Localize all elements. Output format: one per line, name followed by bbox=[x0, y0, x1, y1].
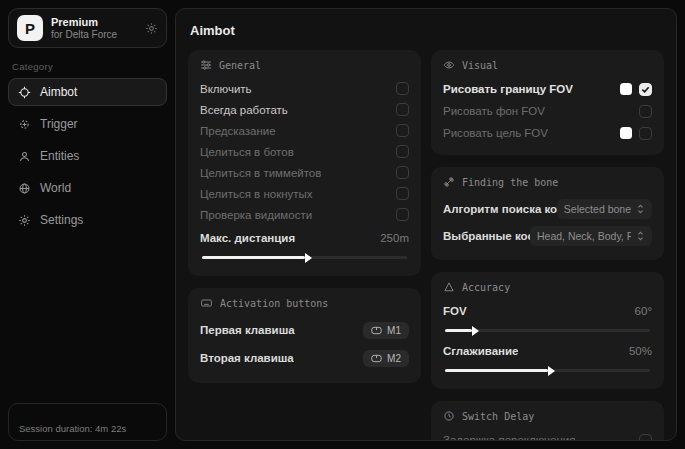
slider-value: 50% bbox=[629, 345, 652, 357]
setting-row: Целиться в нокнутых bbox=[200, 183, 409, 204]
color-swatch[interactable] bbox=[620, 83, 632, 95]
sidebar-item-aimbot[interactable]: Aimbot bbox=[8, 78, 167, 106]
setting-label: Целиться в нокнутых bbox=[200, 188, 313, 200]
category-label: Category bbox=[12, 61, 163, 72]
setting-label: Первая клавиша bbox=[200, 324, 295, 336]
checkbox-draw-fov-border[interactable] bbox=[639, 83, 652, 96]
eye-icon bbox=[443, 59, 455, 71]
sidebar-item-label: Entities bbox=[40, 149, 79, 163]
checkbox-enable[interactable] bbox=[396, 82, 409, 95]
sidebar-item-world[interactable]: World bbox=[8, 174, 167, 202]
sidebar-item-settings[interactable]: Settings bbox=[8, 206, 167, 234]
selected-bones-dropdown[interactable]: Head, Neck, Body, Pe.. bbox=[530, 226, 652, 246]
expand-icon bbox=[636, 204, 645, 214]
sidebar: P Premium for Delta Force Category Aimbo… bbox=[0, 0, 175, 449]
slider-thumb[interactable] bbox=[548, 366, 555, 376]
checkbox-prediction[interactable] bbox=[396, 124, 409, 137]
smoothing-slider[interactable] bbox=[445, 369, 650, 372]
accuracy-icon bbox=[443, 281, 455, 293]
sidebar-item-label: Trigger bbox=[40, 117, 78, 131]
checkbox-target-bots[interactable] bbox=[396, 145, 409, 158]
setting-label: Рисовать цель FOV bbox=[443, 127, 548, 139]
setting-row: Предсказание bbox=[200, 120, 409, 141]
color-swatch[interactable] bbox=[620, 127, 632, 139]
setting-label: Всегда работать bbox=[200, 104, 288, 116]
settings-gear-button[interactable] bbox=[145, 22, 158, 35]
setting-label: Вторая клавиша bbox=[200, 352, 294, 364]
setting-row: Включить bbox=[200, 78, 409, 99]
setting-label: Рисовать границу FOV bbox=[443, 83, 573, 95]
mouse-icon bbox=[371, 326, 382, 335]
crosshair-icon bbox=[18, 86, 31, 99]
clock-icon bbox=[443, 410, 455, 422]
bone-algorithm-dropdown[interactable]: Selected bone bbox=[557, 199, 652, 219]
sliders-icon bbox=[200, 59, 212, 71]
setting-label: Сглаживание bbox=[443, 345, 518, 357]
panel-general: General Включить Всегда работать Предска… bbox=[188, 50, 421, 276]
panel-visual: Visual Рисовать границу FOV Рисовать фон… bbox=[431, 50, 664, 155]
setting-label: Включить bbox=[200, 83, 252, 95]
bone-icon bbox=[443, 176, 455, 188]
checkbox-visibility-check[interactable] bbox=[396, 208, 409, 221]
checkbox-draw-fov-target[interactable] bbox=[639, 127, 652, 140]
setting-row: Первая клавиша M1 bbox=[200, 316, 409, 344]
sidebar-item-entities[interactable]: Entities bbox=[8, 142, 167, 170]
setting-row: Выбранные кости Head, Neck, Body, Pe.. bbox=[443, 222, 652, 249]
sidebar-item-trigger[interactable]: Trigger bbox=[8, 110, 167, 138]
keybind-button-second[interactable]: M2 bbox=[363, 350, 409, 367]
checkbox-switch-delay[interactable] bbox=[639, 434, 652, 442]
setting-label: FOV bbox=[443, 305, 467, 317]
session-duration-text: Session duration: 4m 22s bbox=[19, 423, 126, 434]
panel-finding-bone: Finding the bone Алгоритм поиска костей … bbox=[431, 167, 664, 260]
expand-icon bbox=[636, 231, 645, 241]
setting-label: Макс. дистанция bbox=[200, 232, 295, 244]
setting-row: Задержка переключения bbox=[443, 429, 652, 441]
panel-title: Finding the bone bbox=[462, 177, 558, 188]
gear-icon bbox=[145, 22, 158, 35]
session-duration-box: Session duration: 4m 22s bbox=[8, 403, 167, 441]
entities-icon bbox=[18, 150, 31, 163]
setting-row: Рисовать границу FOV bbox=[443, 78, 652, 100]
max-distance-slider-block: Макс. дистанция 250m bbox=[200, 227, 409, 259]
app-subtitle: for Delta Force bbox=[51, 29, 137, 41]
app-logo: P bbox=[17, 15, 43, 41]
app-title: Premium bbox=[51, 16, 137, 29]
keybind-button-first[interactable]: M1 bbox=[363, 322, 409, 339]
max-distance-slider[interactable] bbox=[202, 256, 407, 259]
smoothing-slider-block: Сглаживание 50% bbox=[443, 340, 652, 372]
sidebar-item-label: Settings bbox=[40, 213, 83, 227]
checkbox-always-work[interactable] bbox=[396, 103, 409, 116]
sidebar-item-label: World bbox=[40, 181, 71, 195]
panel-switch-delay: Switch Delay Задержка переключения Задер… bbox=[431, 401, 664, 441]
keyboard-icon bbox=[200, 297, 213, 309]
panel-activation-buttons: Activation buttons Первая клавиша M1 Вто… bbox=[188, 288, 421, 383]
slider-value: 250m bbox=[380, 232, 409, 244]
panel-title: Switch Delay bbox=[462, 411, 534, 422]
gear-icon bbox=[18, 214, 31, 227]
setting-row: Целиться в ботов bbox=[200, 141, 409, 162]
panel-accuracy: Accuracy FOV 60° Сглаживание bbox=[431, 272, 664, 389]
panel-title: Activation buttons bbox=[220, 298, 328, 309]
setting-row: Проверка видимости bbox=[200, 204, 409, 225]
globe-icon bbox=[18, 182, 31, 195]
checkbox-draw-fov-background[interactable] bbox=[639, 105, 652, 118]
slider-thumb[interactable] bbox=[472, 326, 479, 336]
setting-label: Выбранные кости bbox=[443, 230, 530, 242]
setting-row: Всегда работать bbox=[200, 99, 409, 120]
panel-title: General bbox=[219, 60, 261, 71]
setting-label: Предсказание bbox=[200, 125, 276, 137]
main-panel: Aimbot General Включить Всегда работать bbox=[175, 8, 677, 441]
fov-slider[interactable] bbox=[445, 329, 650, 332]
setting-label: Целиться в ботов bbox=[200, 146, 294, 158]
setting-row: Вторая клавиша M2 bbox=[200, 344, 409, 372]
checkbox-target-teammates[interactable] bbox=[396, 166, 409, 179]
trigger-icon bbox=[18, 118, 31, 131]
checkbox-target-knocked[interactable] bbox=[396, 187, 409, 200]
slider-thumb[interactable] bbox=[305, 253, 312, 263]
setting-label: Рисовать фон FOV bbox=[443, 105, 545, 117]
setting-row: Рисовать фон FOV bbox=[443, 100, 652, 122]
mouse-icon bbox=[371, 354, 382, 363]
setting-row: Целиться в тиммейтов bbox=[200, 162, 409, 183]
slider-value: 60° bbox=[635, 305, 652, 317]
check-icon bbox=[641, 85, 650, 94]
